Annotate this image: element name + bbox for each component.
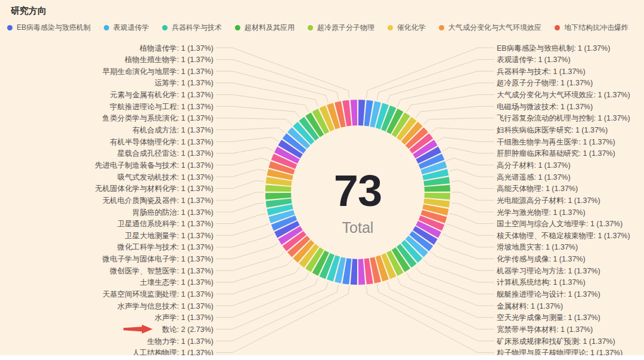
chart-label-left: 有机半导体物理化学: 1 (1.37%) [110, 138, 213, 146]
chart-label-right: 机器学习理论与方法: 1 (1.37%) [496, 267, 600, 275]
leader-line [377, 285, 494, 341]
leader-line [367, 48, 495, 99]
chart-label-left: 土壤生态学: 1 (1.37%) [140, 278, 213, 287]
chart-label-right: 化学传感与成像: 1 (1.37%) [497, 255, 586, 263]
leader-line [216, 260, 292, 282]
chart-label-right: 宽禁带半导体材料: 1 (1.37%) [497, 325, 593, 334]
leader-line [216, 214, 266, 224]
leader-line [216, 118, 292, 125]
annotation-arrow-icon [123, 325, 153, 334]
leader-line [216, 147, 273, 153]
chart-label-right: 国土空间与综合人文地理学: 1 (1.37%) [497, 220, 623, 228]
leader-line [216, 137, 278, 141]
donut-segment[interactable] [265, 193, 291, 199]
leader-line [452, 192, 494, 200]
leader-line [416, 106, 494, 118]
leader-line [216, 128, 284, 133]
donut-segment[interactable] [358, 100, 365, 125]
chart-label-left: 植物生殖生物学: 1 (1.37%) [124, 56, 213, 64]
leader-line [442, 233, 494, 247]
chart-label-left: 星载合成孔径雷达: 1 (1.37%) [117, 149, 213, 158]
donut-chart: 植物遗传学: 1 (1.37%)植物生殖生物学: 1 (1.37%)早期生命演化… [0, 0, 644, 360]
leader-line [424, 118, 495, 125]
chart-label-left: 有机合成方法: 1 (1.37%) [132, 126, 213, 134]
leader-line [431, 128, 494, 133]
chart-label-left: 早期生命演化与地层学: 1 (1.37%) [103, 67, 213, 76]
chart-label-right: 舰艇推进理论与设计: 1 (1.37%) [497, 290, 600, 299]
chart-label-right: 矿床形成规律和找矿预测: 1 (1.37%) [497, 337, 615, 346]
chart-label-right: 兵器科学与技术: 1 (1.37%) [497, 67, 586, 76]
leader-line [216, 106, 300, 118]
chart-label-left: 微电子学与固体电子学: 1 (1.37%) [102, 255, 213, 263]
chart-label-right: 飞行器复杂流动的机理与控制: 1 (1.37%) [497, 114, 630, 122]
chart-label-left: 先进电子制造装备与技术: 1 (1.37%) [95, 161, 213, 170]
leader-line [450, 214, 494, 224]
donut-segment[interactable] [425, 193, 450, 199]
chart-label-left: 水声学: 1 (1.37%) [154, 313, 213, 322]
leader-line [216, 285, 339, 341]
chart-label-right: 超冷原子分子物理: 1 (1.37%) [497, 79, 593, 87]
leader-line [442, 147, 494, 153]
chart-label-left: 无机电介质陶瓷及器件: 1 (1.37%) [103, 196, 213, 205]
donut-segment[interactable] [358, 259, 365, 285]
chart-label-left: 宇航推进理论与工程: 1 (1.37%) [110, 103, 213, 111]
leader-line [397, 278, 494, 317]
chart-label-left: 卫星大地测量学: 1 (1.37%) [125, 232, 213, 240]
chart-label-right: 妇科疾病临床医学研究: 1 (1.37%) [496, 126, 608, 134]
leader-line [216, 192, 264, 200]
leader-line [451, 203, 494, 212]
chart-label-right: 表观遗传学: 1 (1.37%) [497, 56, 571, 64]
chart-label-left: 天基空间环境监测处理: 1 (1.37%) [103, 290, 213, 299]
leader-line [216, 48, 349, 99]
leader-line [216, 169, 266, 177]
donut-segment[interactable] [351, 100, 357, 125]
chart-label-left: 生物力学: 1 (1.37%) [147, 337, 213, 346]
leader-line [451, 181, 494, 189]
leader-line [450, 169, 494, 177]
chart-label-right: EB病毒感染与致癌机制: 1 (1.37%) [497, 44, 610, 53]
leader-line [447, 158, 494, 165]
donut-segment[interactable] [351, 259, 357, 285]
chart-label-right: 光电能源高分子材料: 1 (1.37%) [497, 196, 600, 205]
chart-label-right: 肝胆肿瘤临床和基础研究: 1 (1.37%) [497, 149, 615, 158]
leader-line [216, 158, 269, 165]
leader-line [216, 278, 318, 317]
leader-line [447, 224, 494, 235]
chart-label-left: 运筹学: 1 (1.37%) [154, 79, 213, 87]
leader-line [437, 243, 494, 259]
leader-line [216, 243, 278, 259]
chart-label-right: 高能天体物理: 1 (1.37%) [497, 184, 578, 193]
chart-label-left: 卫星通信系统科学: 1 (1.37%) [117, 220, 213, 228]
leader-line [431, 252, 494, 270]
leader-line [367, 286, 495, 352]
chart-label-right: 空天光学成像与测量: 1 (1.37%) [497, 313, 600, 322]
leader-line [424, 260, 495, 282]
chart-label-right: 光学与激光物理: 1 (1.37%) [497, 208, 586, 217]
chart-label-right: 高分子材料: 1 (1.37%) [497, 161, 571, 170]
chart-label-left: 无机固体化学与材料化学: 1 (1.37%) [95, 184, 213, 193]
leader-line [407, 273, 494, 306]
chart-label-right: 高光谱遥感: 1 (1.37%) [497, 173, 571, 181]
leader-line [216, 273, 309, 306]
chart-label-left: 鱼类分类学与系统演化: 1 (1.37%) [102, 114, 213, 122]
leader-line [216, 233, 273, 247]
chart-label-left: 元素与金属有机化学: 1 (1.37%) [110, 91, 213, 99]
chart-label-right: 干细胞生物学与再生医学: 1 (1.37%) [497, 138, 615, 146]
chart-label-right: 大气成分变化与大气环境效应: 1 (1.37%) [497, 91, 630, 99]
leader-line [216, 71, 328, 103]
leader-line [216, 181, 264, 189]
leader-line [216, 224, 269, 235]
leader-line [437, 137, 494, 141]
chart-label-left: 水声学与信息技术: 1 (1.37%) [117, 302, 213, 310]
leader-line [216, 252, 284, 270]
donut-segment[interactable] [265, 185, 291, 192]
chart-label-right: 计算机系统结构: 1 (1.37%) [497, 278, 586, 287]
chart-label-right: 电磁场与微波技术: 1 (1.37%) [497, 103, 593, 111]
chart-label-left: 植物遗传学: 1 (1.37%) [139, 44, 213, 53]
chart-label-right: 核天体物理、不稳定核束物理: 1 (1.37%) [497, 232, 630, 240]
leader-line [216, 203, 264, 212]
bottom-strip [0, 355, 644, 360]
donut-segment[interactable] [425, 185, 450, 192]
chart-label-left: 胃肠癌的防治: 1 (1.37%) [132, 208, 213, 217]
chart-label-right: 滑坡地质灾害: 1 (1.37%) [497, 243, 578, 251]
